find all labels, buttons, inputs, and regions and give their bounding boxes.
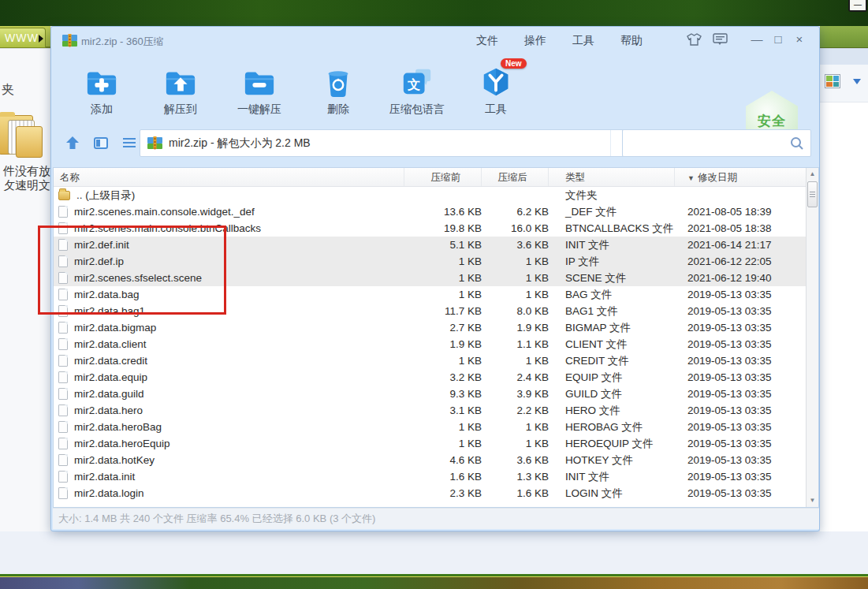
menu-action[interactable]: 操作 [524, 34, 546, 48]
address-bar[interactable]: mir2.zip - 解包大小为 2.2 MB V ▼ [140, 129, 668, 157]
menu-tools[interactable]: 工具 [572, 34, 594, 48]
table-row[interactable]: mir2.data.client1.9 KB1.1 KBCLIENT 文件201… [54, 336, 807, 352]
cell-size-after: 3.6 KB [482, 237, 549, 253]
desktop-wallpaper-top [0, 0, 868, 26]
cell-date: 2019-05-13 03:35 [675, 452, 807, 468]
up-directory-button[interactable] [64, 134, 81, 151]
search-icon[interactable] [790, 136, 804, 151]
table-row[interactable]: mir2.data.credit1 KB1 KBCREDIT 文件2019-05… [54, 352, 807, 369]
cell-size-before: 4.6 KB [404, 452, 482, 468]
table-row[interactable]: mir2.data.heroBag1 KB1 KBHEROBAG 文件2019-… [54, 419, 807, 435]
column-header-size-before[interactable]: 压缩前 [404, 168, 482, 186]
cell-date: 2019-05-13 03:35 [675, 303, 807, 319]
cell-size-before: 19.8 KB [404, 220, 482, 237]
toolbar-button-label: 解压到 [164, 103, 197, 117]
cell-date: 2019-05-13 03:35 [675, 485, 807, 501]
zip-file-icon [147, 136, 162, 150]
cell-size-before: 9.3 KB [404, 386, 482, 402]
toolbar-archive-language-button[interactable]: 文压缩包语言 [378, 55, 456, 117]
table-row[interactable]: mir2.data.init1.6 KB1.3 KBINIT 文件2019-05… [54, 468, 807, 485]
status-bar: 大小: 1.4 MB 共 240 个文件 压缩率 65.4% 已经选择 6.0 … [53, 508, 819, 529]
file-icon [58, 322, 68, 334]
cell-size-after: 2.4 KB [482, 369, 549, 386]
cell-type: BAG 文件 [549, 286, 675, 303]
menu-help[interactable]: 帮助 [620, 34, 643, 48]
table-row[interactable]: mir2.data.guild9.3 KB3.9 KBGUILD 文件2019-… [54, 386, 807, 402]
cell-size-before: 1 KB [404, 286, 482, 303]
table-row[interactable]: mir2.data.heroEquip1 KB1 KBHEROEQUIP 文件2… [54, 435, 807, 452]
background-side-label: 夹 [2, 82, 14, 99]
cell-size-after: 1.6 KB [482, 485, 549, 501]
column-header-name[interactable]: 名称 [54, 168, 404, 186]
cell-type: INIT 文件 [549, 237, 675, 253]
menubar: 文件 操作 工具 帮助 [476, 34, 643, 48]
dropdown-arrow-icon[interactable] [853, 79, 861, 84]
cell-type: BAG1 文件 [549, 303, 675, 319]
column-header-size-after[interactable]: 压缩后 [482, 168, 549, 186]
cell-date: 2019-05-13 03:35 [675, 336, 807, 352]
cell-date: 2019-05-13 03:35 [675, 352, 807, 369]
cell-date: 2019-05-13 03:35 [675, 435, 807, 452]
table-row[interactable]: mir2.data.hero3.1 KB2.2 KBHERO 文件2019-05… [54, 402, 807, 419]
skin-button[interactable] [687, 33, 702, 46]
scroll-up-button[interactable]: ▲ [807, 168, 818, 181]
table-row[interactable]: mir2.data.bigmap2.7 KB1.9 KBBIGMAP 文件201… [54, 319, 807, 336]
cell-size-before: 1 KB [404, 435, 482, 452]
scroll-down-button[interactable]: ▼ [807, 494, 818, 507]
scrollbar-thumb[interactable] [807, 181, 818, 207]
file-icon [58, 471, 68, 483]
toolbar-items: 添加解压到一键解压删除文压缩包语言New工具 [62, 55, 535, 117]
table-row[interactable]: mir2.data.login2.3 KB1.6 KBLOGIN 文件2019-… [54, 485, 807, 501]
feedback-button[interactable] [713, 33, 728, 46]
cell-date: 2019-05-13 03:35 [675, 319, 807, 336]
view-panel-button[interactable] [92, 134, 110, 151]
close-button[interactable]: × [792, 32, 807, 47]
table-row[interactable]: mir2.scenes.main.console.widget._def13.6… [54, 203, 807, 220]
list-header: 名称 压缩前 压缩后 类型 ▼修改日期 [54, 168, 818, 187]
cell-size-after: 1 KB [482, 270, 549, 286]
cell-type: HERO 文件 [549, 402, 675, 419]
minimize-button[interactable]: — [750, 32, 764, 47]
cell-size-before: 1.9 KB [404, 336, 482, 352]
cell-type: 文件夹 [549, 187, 675, 203]
cell-name: mir2.data.heroBag [54, 419, 404, 435]
toolbar-extract-to-button[interactable]: 解压到 [141, 55, 220, 117]
table-row[interactable]: mir2.data.equip3.2 KB2.4 KBEQUIP 文件2019-… [54, 369, 807, 386]
toolbar-one-key-extract-button[interactable]: 一键解压 [220, 55, 299, 117]
cell-size-after: 1 KB [482, 435, 549, 452]
background-tab-www[interactable]: WWW [0, 28, 46, 48]
column-header-date[interactable]: ▼修改日期 [675, 168, 818, 186]
cell-type: BTNCALLBACKS 文件 [549, 220, 675, 237]
cell-name: mir2.data.guild [54, 386, 404, 402]
table-row[interactable]: mir2.data.hotKey4.6 KB3.6 KBHOTKEY 文件201… [54, 452, 807, 468]
cell-size-before: 1.6 KB [404, 468, 482, 485]
toolbar-delete-button[interactable]: 删除 [299, 55, 378, 117]
cell-type: HEROEQUIP 文件 [549, 435, 675, 452]
maximize-button[interactable]: □ [771, 32, 785, 47]
table-row[interactable]: .. (上级目录)文件夹 [54, 187, 807, 203]
cell-type: INIT 文件 [549, 468, 675, 485]
tools-icon [478, 65, 514, 99]
cell-date: 2019-05-13 03:35 [675, 402, 807, 419]
column-header-type[interactable]: 类型 [549, 168, 675, 186]
toolbar-tools-button[interactable]: New工具 [456, 55, 535, 117]
cell-type: HEROBAG 文件 [549, 419, 675, 435]
cell-type: CLIENT 文件 [549, 336, 675, 352]
cell-size-after: 1 KB [482, 419, 549, 435]
toolbar-add-button[interactable]: 添加 [62, 55, 141, 117]
cell-size-before: 3.1 KB [404, 402, 482, 419]
file-icon [58, 487, 68, 499]
menu-file[interactable]: 文件 [476, 34, 498, 48]
background-minimize-button[interactable]: — [848, 0, 867, 12]
cell-name: mir2.data.hotKey [54, 452, 404, 468]
cell-type: SCENE 文件 [549, 270, 675, 286]
safety-badge-label: 安全 [758, 112, 786, 130]
vertical-scrollbar[interactable]: ▲ ▼ [806, 168, 818, 507]
file-icon [58, 338, 68, 350]
folder-stack-icon[interactable] [0, 110, 46, 161]
thumbnail-view-icon[interactable] [825, 74, 840, 88]
annotation-rectangle [38, 226, 226, 315]
list-view-button[interactable] [121, 134, 138, 151]
cell-type: BIGMAP 文件 [549, 319, 675, 336]
search-input[interactable] [628, 132, 785, 154]
